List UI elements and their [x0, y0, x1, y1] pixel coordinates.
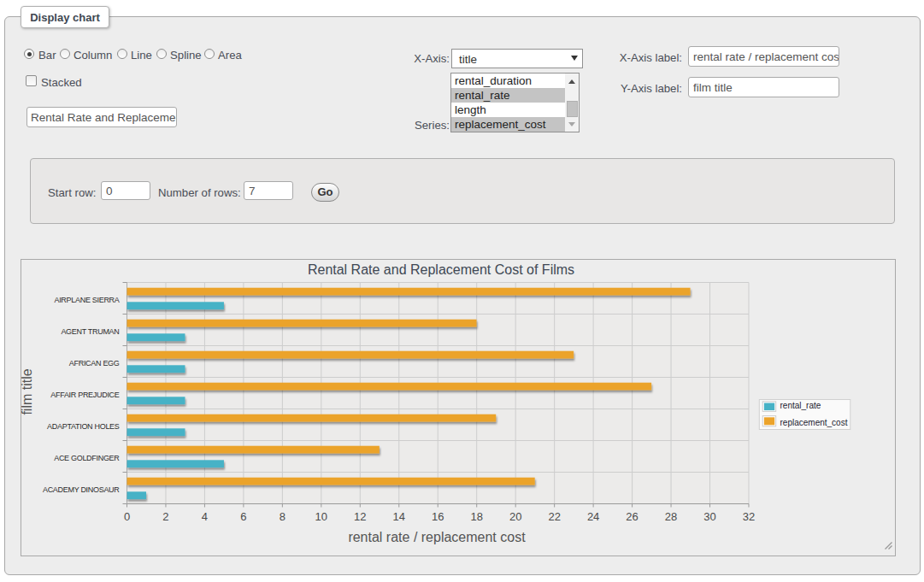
svg-text:rental_rate: rental_rate — [780, 401, 821, 410]
svg-text:AGENT TRUMAN: AGENT TRUMAN — [61, 327, 119, 336]
svg-text:0: 0 — [124, 510, 130, 523]
svg-text:8: 8 — [280, 510, 285, 523]
svg-text:22: 22 — [548, 510, 560, 523]
svg-text:18: 18 — [470, 510, 482, 523]
svg-text:28: 28 — [665, 510, 677, 523]
svg-text:AFFAIR PREJUDICE: AFFAIR PREJUDICE — [50, 391, 120, 399]
svg-text:ACE GOLDFINGER: ACE GOLDFINGER — [54, 454, 120, 462]
svg-text:10: 10 — [315, 510, 327, 523]
svg-text:16: 16 — [432, 510, 444, 523]
svg-text:30: 30 — [703, 510, 715, 523]
svg-text:12: 12 — [354, 510, 366, 523]
svg-text:AFRICAN EGG: AFRICAN EGG — [69, 359, 120, 367]
svg-text:20: 20 — [509, 510, 521, 523]
svg-text:rental rate / replacement cost: rental rate / replacement cost — [348, 530, 526, 544]
svg-text:14: 14 — [393, 510, 405, 523]
svg-text:32: 32 — [743, 510, 755, 523]
svg-text:24: 24 — [587, 510, 599, 523]
svg-text:ACADEMY DINOSAUR: ACADEMY DINOSAUR — [43, 485, 120, 494]
svg-text:replacement_cost: replacement_cost — [780, 418, 848, 427]
svg-text:ADAPTATION HOLES: ADAPTATION HOLES — [47, 422, 120, 431]
svg-text:6: 6 — [240, 510, 246, 523]
svg-text:4: 4 — [202, 510, 208, 523]
svg-text:2: 2 — [162, 510, 168, 523]
svg-text:Rental Rate and Replacement Co: Rental Rate and Replacement Cost of Film… — [308, 262, 574, 277]
svg-text:AIRPLANE SIERRA: AIRPLANE SIERRA — [54, 296, 119, 304]
svg-text:film title: film title — [21, 368, 34, 414]
svg-text:26: 26 — [626, 510, 638, 523]
